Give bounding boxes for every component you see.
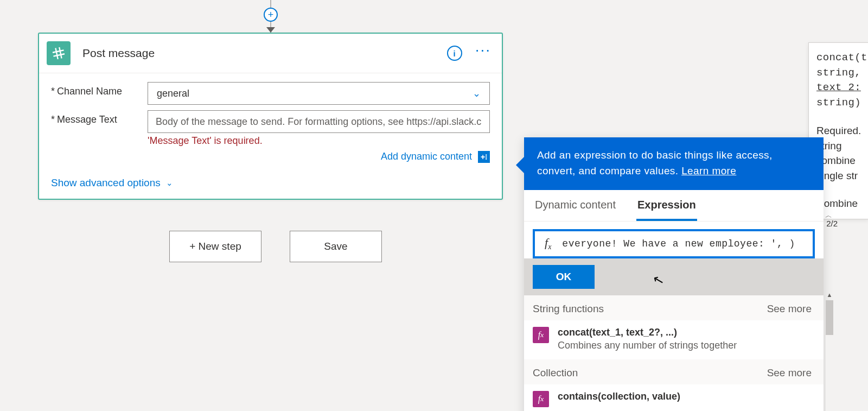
fn-concat[interactable]: fx concat(text_1, text_2?, ...) Combines… — [524, 320, 824, 360]
save-button[interactable]: Save — [290, 231, 382, 262]
see-more-string[interactable]: See more — [767, 303, 812, 315]
fx-icon: fx — [533, 391, 549, 407]
category-string-functions: String functions See more — [524, 295, 824, 320]
fn-concat-signature: concat(text_1, text_2?, ...) — [558, 326, 737, 339]
popup-caret-icon — [516, 157, 524, 173]
chevron-down-icon: ⌄ — [166, 178, 173, 188]
message-text-label: *Message Text — [51, 110, 148, 125]
tab-dynamic-content[interactable]: Dynamic content — [534, 190, 617, 221]
scroll-thumb[interactable] — [826, 300, 833, 335]
flow-connector: + — [267, 0, 275, 33]
add-dynamic-content-badge-icon[interactable]: +⁝ — [478, 151, 490, 163]
fn-contains-signature: contains(collection, value) — [558, 390, 680, 403]
fn-concat-description: Combines any number of strings together — [558, 339, 737, 352]
fx-icon: fx — [533, 327, 549, 343]
message-text-row: *Message Text 'Message Text' is required… — [39, 105, 502, 147]
channel-name-value: general — [157, 88, 189, 99]
slack-channel-icon — [47, 41, 71, 65]
category-collection: Collection See more — [524, 359, 824, 384]
popup-pager: 2/2 — [826, 219, 838, 228]
card-title: Post message — [82, 47, 447, 60]
expression-input-wrap: fx — [533, 229, 815, 258]
info-icon[interactable]: i — [447, 46, 462, 61]
ok-button[interactable]: OK — [533, 265, 595, 289]
expression-input[interactable] — [561, 238, 813, 250]
channel-name-select[interactable]: general ⌄ — [148, 82, 490, 105]
learn-more-link[interactable]: Learn more — [681, 165, 736, 176]
fx-icon: fx — [535, 236, 561, 251]
card-header[interactable]: Post message i ··· — [39, 34, 502, 73]
function-list: String functions See more fx concat(text… — [524, 295, 824, 411]
fn-contains[interactable]: fx contains(collection, value) — [524, 384, 824, 411]
post-message-card: Post message i ··· *Channel Name general… — [38, 33, 503, 200]
show-advanced-options-link[interactable]: Show advanced options ⌄ — [39, 163, 502, 189]
chevron-down-icon: ⌄ — [473, 87, 481, 99]
popup-hint: Add an expression to do basic things lik… — [524, 137, 824, 190]
see-more-collection[interactable]: See more — [767, 367, 812, 379]
channel-name-row: *Channel Name general ⌄ — [39, 77, 502, 105]
new-step-button[interactable]: + New step — [169, 231, 261, 262]
popup-tabs: Dynamic content Expression — [524, 190, 824, 222]
arrow-down-icon — [266, 27, 275, 33]
message-text-input[interactable] — [148, 110, 490, 133]
more-menu-icon[interactable]: ··· — [475, 47, 491, 53]
channel-name-label: *Channel Name — [51, 82, 148, 97]
add-dynamic-content-link[interactable]: Add dynamic content — [381, 151, 472, 162]
scroll-up-icon[interactable]: ▲ — [826, 292, 833, 299]
function-list-scrollbar[interactable]: ▲ — [826, 300, 833, 411]
expression-popup: ︿ 2/2 Add an expression to do basic thin… — [524, 137, 824, 411]
add-step-plus-icon[interactable]: + — [264, 8, 278, 22]
message-text-error: 'Message Text' is required. — [148, 135, 490, 147]
tab-expression[interactable]: Expression — [636, 190, 697, 221]
